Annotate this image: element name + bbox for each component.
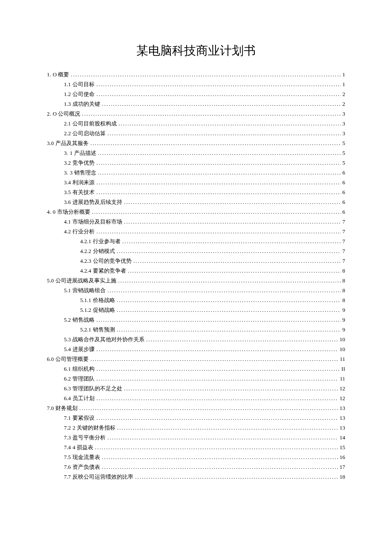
toc-leader-dots	[135, 474, 338, 479]
toc-page-number: 5	[343, 140, 346, 146]
toc-leader-dots	[107, 131, 340, 136]
toc-label: 竞争优势	[72, 160, 95, 166]
toc-label: 进展步骤	[72, 346, 95, 352]
toc-entry: 2.2公司启动估算3	[47, 131, 345, 136]
toc-page-number: 5	[343, 150, 346, 156]
toc-page-number: 7	[343, 219, 346, 224]
toc-label: 组织机构	[72, 366, 95, 372]
toc-number: 5.0	[47, 278, 54, 283]
toc-leader-dots	[117, 307, 341, 313]
toc-number: 7.2	[64, 425, 71, 430]
toc-entry: 1.1公司目标1	[47, 81, 345, 87]
toc-number: 3.0	[47, 140, 54, 146]
toc-page-number: 18	[340, 474, 345, 479]
toc-entry: 5.2.1销售预测9	[47, 327, 345, 332]
toc-label: 要紧的竞争者	[93, 268, 126, 273]
toc-number: 5.4	[64, 346, 71, 352]
toc-number: 7.0	[47, 405, 54, 411]
toc-page-number: 9	[343, 307, 346, 313]
toc-entry: 5.1营销战略组合8	[47, 288, 345, 293]
toc-page-number: 10	[340, 337, 345, 342]
toc-label: 市场细分及目标市场	[72, 219, 122, 224]
toc-page-number: 3	[343, 131, 346, 136]
toc-page-number: 14	[340, 435, 345, 440]
toc-entry: 3.4利润来源6	[47, 180, 345, 185]
toc-page-number: 2	[343, 91, 346, 97]
toc-leader-dots	[117, 327, 341, 332]
toc-leader-dots	[95, 445, 338, 450]
toc-entry: 3.2竞争优势5	[47, 160, 345, 166]
toc-leader-dots	[96, 160, 340, 166]
toc-leader-dots	[122, 238, 341, 244]
toc-page-number: 13	[340, 425, 345, 430]
toc-entry: 7.1要紧假设13	[47, 415, 345, 421]
table-of-contents: 1.O 概要11.1公司目标11.2公司使命21.3成功的关键22.O 公司概况…	[47, 72, 345, 479]
toc-number: 7.5	[64, 454, 71, 460]
toc-label: 行业参与者	[93, 238, 121, 244]
toc-label: 战略合作及其他对外协作关系	[72, 337, 144, 342]
toc-leader-dots	[96, 415, 338, 421]
toc-entry: 1.3成功的关键2	[47, 101, 345, 107]
toc-page-number: 9	[343, 317, 346, 323]
toc-label: 利润来源	[72, 180, 95, 185]
toc-number: 1.3	[64, 101, 71, 107]
toc-label: 盈亏平衡分析	[72, 435, 106, 440]
toc-number: 4.	[47, 209, 51, 215]
toc-entry: 4.2.2分销模式7	[47, 248, 345, 254]
toc-number: 7.3	[64, 435, 71, 440]
toc-leader-dots	[98, 170, 341, 175]
toc-label: 分销模式	[93, 248, 115, 254]
toc-number: 7.4	[64, 445, 71, 450]
toc-number: 6.2	[64, 376, 71, 381]
toc-entry: 6.1组织机构II	[47, 366, 345, 372]
toc-label: 成功的关键	[72, 101, 100, 107]
toc-entry: 1.2公司使命2	[47, 91, 345, 97]
toc-leader-dots	[98, 150, 341, 156]
toc-number: 5.1.1	[80, 297, 91, 303]
toc-label: 价格战略	[93, 297, 115, 303]
toc-number: 4.2	[64, 229, 71, 234]
toc-page-number: 15	[340, 445, 345, 450]
toc-entry: 5.1.1价格战略8	[47, 297, 345, 303]
toc-page-number: 6	[343, 189, 346, 195]
toc-label: 公司进展战略及事实上施	[55, 278, 116, 283]
toc-number: 7.7	[64, 474, 71, 479]
toc-page-number: 1	[343, 72, 346, 77]
toc-label: 产品及其服务	[55, 140, 89, 146]
toc-label: 4 损益表	[72, 445, 93, 450]
toc-leader-dots	[92, 209, 341, 215]
toc-number: 3.2	[64, 160, 71, 166]
toc-number: 6.4	[64, 395, 71, 401]
toc-entry: 7.3盈亏平衡分析14	[47, 435, 345, 440]
toc-number: 6.0	[47, 356, 54, 362]
toc-page-number: 11	[340, 356, 345, 362]
toc-entry: 5.1.2促销战略9	[47, 307, 345, 313]
toc-number: 5.1	[64, 288, 71, 293]
toc-label: 资产负债表	[72, 464, 100, 470]
toc-leader-dots	[117, 248, 341, 254]
toc-leader-dots	[90, 140, 340, 146]
toc-page-number: 7	[343, 258, 346, 264]
toc-page-number: 16	[340, 454, 345, 460]
toc-entry: 2.O 公司概况3	[47, 111, 345, 116]
toc-page-number: 17	[340, 464, 345, 470]
toc-leader-dots	[96, 395, 338, 401]
toc-entry: 5.3战略合作及其他对外协作关系10	[47, 337, 345, 342]
toc-leader-dots	[124, 386, 338, 391]
toc-leader-dots	[96, 189, 340, 195]
toc-label: 有关技术	[72, 189, 95, 195]
toc-number: 5.2.1	[80, 327, 91, 332]
toc-leader-dots	[96, 366, 340, 372]
toc-leader-dots	[118, 121, 340, 126]
toc-page-number: 8	[343, 268, 346, 273]
toc-leader-dots	[96, 317, 340, 323]
toc-page-number: 12	[340, 386, 345, 391]
toc-entry: 7.5现金流量表16	[47, 454, 345, 460]
toc-entry: 5.0公司进展战略及事实上施8	[47, 278, 345, 283]
toc-number: 4.2.1	[80, 238, 91, 244]
toc-number: 4.2.2	[80, 248, 91, 254]
toc-label: 公司启动估算	[72, 131, 106, 136]
toc-entry: 5.2销售战略9	[47, 317, 345, 323]
toc-leader-dots	[102, 101, 340, 107]
toc-entry: 3.0产品及其服务5	[47, 140, 345, 146]
